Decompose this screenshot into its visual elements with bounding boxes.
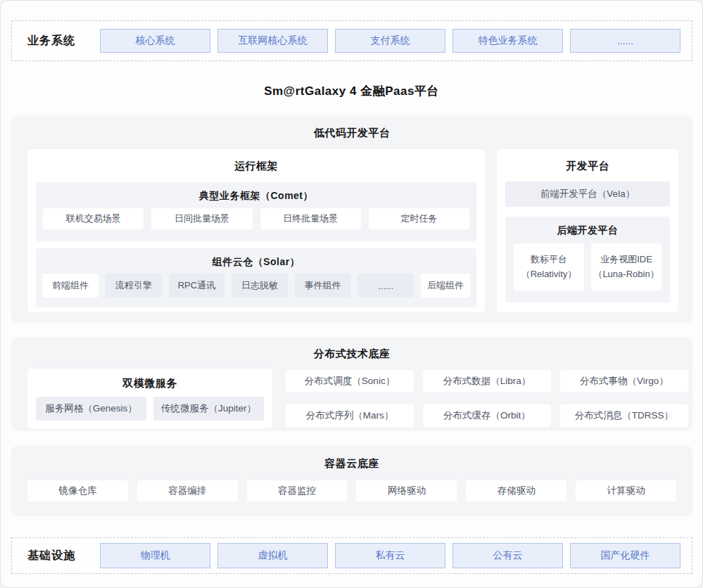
container-cloud-section: 容器云底座 镜像仓库 容器编排 容器监控 网络驱动 存储驱动 计算驱动 xyxy=(11,446,692,516)
dual-mode-microservice-card: 双模微服务 服务网格（Genesis） 传统微服务（Jupiter） xyxy=(27,369,272,428)
container-cloud-title: 容器云底座 xyxy=(11,446,692,471)
vela-frontend-platform: 前端开发平台（Vela） xyxy=(505,181,670,207)
backend-item-codename: （Luna-Robin） xyxy=(593,267,659,281)
backend-item-luna-robin: 业务视图IDE （Luna-Robin） xyxy=(591,243,661,290)
business-systems-label: 业务系统 xyxy=(27,34,100,49)
business-systems-items: 核心系统 互联网核心系统 支付系统 特色业务系统 ...... xyxy=(100,29,680,53)
distributed-section-title: 分布式技术底座 xyxy=(11,337,692,361)
container-cloud-items-row: 镜像仓库 容器编排 容器监控 网络驱动 存储驱动 计算驱动 xyxy=(11,471,692,501)
distributed-items-grid: 分布式调度（Sonic） 分布式数据（Libra） 分布式事物（Virgo） 分… xyxy=(286,370,688,427)
business-system-item: 核心系统 xyxy=(100,29,210,53)
business-system-item: 支付系统 xyxy=(335,29,445,53)
dev-platform-card: 开发平台 前端开发平台（Vela） 后端开发平台 数标平台 （Relativit… xyxy=(497,149,678,312)
distributed-item: 分布式事物（Virgo） xyxy=(560,370,688,392)
business-system-item-more: ...... xyxy=(570,29,680,53)
backend-dev-panel: 后端开发平台 数标平台 （Relativity） 业务视图IDE （Luna-R… xyxy=(505,217,670,302)
comet-item: 联机交易场景 xyxy=(43,208,144,229)
comet-item: 定时任务 xyxy=(369,208,469,229)
solar-item-frontend: 前端组件 xyxy=(42,274,99,298)
container-cloud-item: 计算驱动 xyxy=(576,480,676,501)
infrastructure-items: 物理机 虚拟机 私有云 公有云 国产化硬件 xyxy=(100,543,680,568)
lowcode-platform-section: 低代码开发平台 运行框架 典型业务框架（Comet） 联机交易场景 日间批量场景… xyxy=(11,115,692,323)
dual-mode-items-row: 服务网格（Genesis） 传统微服务（Jupiter） xyxy=(27,390,272,421)
infrastructure-item: 公有云 xyxy=(452,543,563,568)
infrastructure-item: 物理机 xyxy=(100,543,210,568)
container-cloud-item: 容器编排 xyxy=(137,480,238,501)
container-cloud-item: 网络驱动 xyxy=(356,480,457,501)
container-cloud-item: 容器监控 xyxy=(247,480,348,501)
solar-item-more: ...... xyxy=(357,274,414,298)
business-system-item: 特色业务系统 xyxy=(452,29,563,53)
distributed-item: 分布式数据（Libra） xyxy=(423,370,551,392)
infrastructure-item: 私有云 xyxy=(335,543,445,568)
dual-mode-item: 传统微服务（Jupiter） xyxy=(153,397,264,421)
comet-items-row: 联机交易场景 日间批量场景 日终批量场景 定时任务 xyxy=(36,203,476,229)
solar-components-panel: 组件云仓（Solar） 前端组件 流程引擎 RPC通讯 日志脱敏 事件组件 ..… xyxy=(36,248,476,307)
comet-item: 日终批量场景 xyxy=(260,208,361,229)
solar-item: 流程引擎 xyxy=(106,274,162,298)
distributed-item: 分布式调度（Sonic） xyxy=(286,370,414,392)
runtime-framework-card: 运行框架 典型业务框架（Comet） 联机交易场景 日间批量场景 日终批量场景 … xyxy=(27,149,485,312)
lowcode-section-title: 低代码开发平台 xyxy=(11,115,692,140)
distributed-base-section: 分布式技术底座 双模微服务 服务网格（Genesis） 传统微服务（Jupite… xyxy=(11,337,692,431)
container-cloud-item: 存储驱动 xyxy=(466,480,566,501)
architecture-diagram: 业务系统 核心系统 互联网核心系统 支付系统 特色业务系统 ...... Sm@… xyxy=(0,0,703,588)
comet-panel-title: 典型业务框架（Comet） xyxy=(36,182,476,203)
runtime-framework-title: 运行框架 xyxy=(27,149,485,173)
solar-item: 事件组件 xyxy=(295,274,351,298)
solar-item-backend: 后端组件 xyxy=(421,274,470,298)
business-systems-row: 业务系统 核心系统 互联网核心系统 支付系统 特色业务系统 ...... xyxy=(11,20,692,61)
page-title: Sm@rtGalaxy 4 金融Paas平台 xyxy=(1,83,702,99)
backend-items-row: 数标平台 （Relativity） 业务视图IDE （Luna-Robin） xyxy=(505,237,670,290)
backend-item-codename: （Relativity） xyxy=(521,267,577,281)
infrastructure-item: 虚拟机 xyxy=(217,543,328,568)
dev-platform-title: 开发平台 xyxy=(497,149,678,173)
backend-dev-title: 后端开发平台 xyxy=(505,217,670,237)
dual-mode-item: 服务网格（Genesis） xyxy=(36,397,146,421)
infrastructure-label: 基础设施 xyxy=(27,549,100,563)
solar-items-row: 前端组件 流程引擎 RPC通讯 日志脱敏 事件组件 ...... 后端组件 xyxy=(36,269,476,298)
backend-item-relativity: 数标平台 （Relativity） xyxy=(514,243,584,290)
comet-item: 日间批量场景 xyxy=(151,208,252,229)
container-cloud-item: 镜像仓库 xyxy=(27,480,128,501)
backend-item-name: 业务视图IDE xyxy=(600,253,652,267)
distributed-item: 分布式缓存（Orbit） xyxy=(423,404,551,427)
business-system-item: 互联网核心系统 xyxy=(217,29,328,53)
solar-item: RPC通讯 xyxy=(169,274,225,298)
solar-panel-title: 组件云仓（Solar） xyxy=(36,248,476,269)
infrastructure-row: 基础设施 物理机 虚拟机 私有云 公有云 国产化硬件 xyxy=(11,537,692,574)
comet-framework-panel: 典型业务框架（Comet） 联机交易场景 日间批量场景 日终批量场景 定时任务 xyxy=(36,182,476,241)
solar-item: 日志脱敏 xyxy=(232,274,288,298)
dual-mode-title: 双模微服务 xyxy=(27,369,272,390)
distributed-item: 分布式消息（TDRSS） xyxy=(560,404,688,427)
infrastructure-item: 国产化硬件 xyxy=(570,543,680,568)
backend-item-name: 数标平台 xyxy=(531,253,567,267)
distributed-item: 分布式序列（Mars） xyxy=(286,404,414,427)
